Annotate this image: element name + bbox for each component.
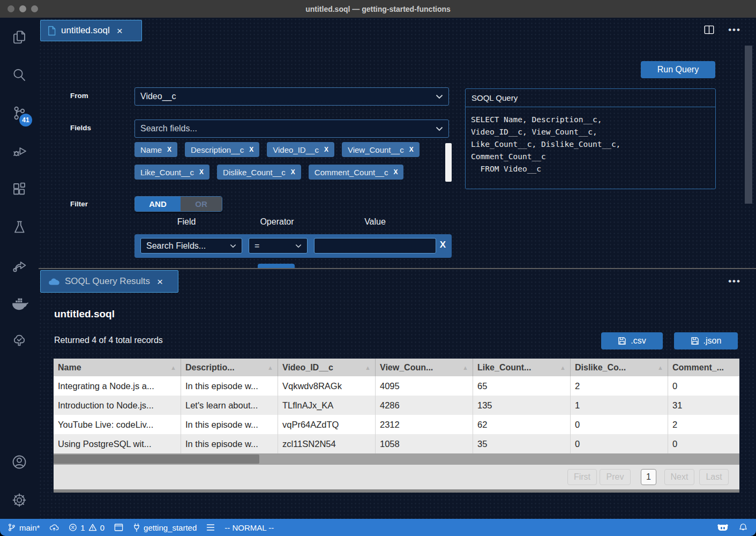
chip-remove-icon[interactable]: X: [167, 146, 171, 153]
tab-close-icon[interactable]: ×: [117, 26, 123, 36]
filter-value-column-label: Value: [338, 217, 413, 227]
column-header[interactable]: Video_ID__c▲: [278, 359, 376, 376]
run-debug-icon[interactable]: [0, 132, 39, 170]
source-control-icon[interactable]: 41: [0, 94, 39, 132]
add-filter-button-partial[interactable]: [258, 264, 295, 268]
sort-icon[interactable]: ▲: [170, 364, 176, 371]
soql-query-builder: Run Query From Video__c Fields Search fi…: [39, 41, 756, 268]
and-toggle-button[interactable]: AND: [135, 197, 181, 211]
run-query-button[interactable]: Run Query: [641, 61, 715, 78]
sync-status[interactable]: [44, 519, 64, 536]
warning-icon: [88, 523, 97, 532]
filter-remove-icon[interactable]: X: [440, 240, 446, 250]
editor-scrollbar[interactable]: [745, 46, 752, 204]
column-header[interactable]: Dislike_Co...▲: [571, 359, 668, 376]
explorer-icon[interactable]: [0, 18, 39, 56]
filter-value-input[interactable]: [314, 238, 436, 254]
vscode-window: untitled.soql — getting-started-function…: [0, 0, 756, 536]
column-header[interactable]: View_Coun...▲: [376, 359, 473, 376]
chip-remove-icon[interactable]: X: [249, 146, 253, 153]
filter-operator-select[interactable]: =: [249, 238, 308, 254]
close-window-button[interactable]: [8, 5, 14, 12]
sort-icon[interactable]: ▲: [657, 364, 663, 371]
from-select[interactable]: Video__c: [134, 87, 449, 106]
column-header[interactable]: Descriptio...▲: [181, 359, 278, 376]
table-row[interactable]: Using PostgreSQL wit...In this episode w…: [54, 434, 739, 453]
table-row[interactable]: Introduction to Node.js...Let's learn ab…: [54, 396, 739, 415]
sort-icon[interactable]: ▲: [365, 364, 371, 371]
search-icon[interactable]: [0, 56, 39, 94]
pagination-prev-button[interactable]: Prev: [600, 469, 631, 485]
tab-soql-query-results[interactable]: SOQL Query Results ×: [40, 270, 178, 293]
export-csv-button[interactable]: .csv: [601, 332, 663, 349]
table-footer: First Prev 1 Next Last: [54, 465, 739, 489]
vim-mode-status[interactable]: -- NORMAL --: [220, 519, 279, 536]
pagination-first-button[interactable]: First: [567, 469, 597, 485]
table-horizontal-scrollbar[interactable]: [54, 453, 739, 465]
outline-status[interactable]: [201, 519, 220, 536]
remote-status[interactable]: getting_started: [128, 519, 201, 536]
minimize-window-button[interactable]: [19, 5, 26, 12]
field-chip[interactable]: NameX: [134, 142, 177, 157]
field-chip[interactable]: Description__cX: [185, 142, 259, 157]
remote-label: getting_started: [144, 523, 197, 532]
filter-field-placeholder: Search Fields...: [146, 241, 230, 251]
column-header[interactable]: Comment_...: [668, 359, 739, 376]
docker-icon[interactable]: [0, 284, 39, 322]
more-actions-icon[interactable]: •••: [728, 27, 741, 33]
chip-remove-icon[interactable]: X: [291, 168, 295, 176]
sort-icon[interactable]: ▲: [267, 364, 273, 371]
export-json-button[interactable]: .json: [674, 332, 738, 349]
column-header[interactable]: Like_Count...▲: [473, 359, 571, 376]
pagination-last-button[interactable]: Last: [699, 469, 729, 485]
warning-count: 0: [100, 523, 104, 532]
scrollbar-thumb[interactable]: [54, 455, 259, 464]
copilot-status[interactable]: [712, 523, 734, 532]
field-chip[interactable]: Video_ID__cX: [267, 142, 334, 157]
table-bottom-strip: [54, 489, 739, 493]
chip-remove-icon[interactable]: X: [199, 168, 204, 176]
notifications-status[interactable]: [734, 523, 756, 532]
chevron-down-icon: [230, 244, 236, 248]
field-chip[interactable]: View_Count__cX: [342, 142, 420, 157]
chip-remove-icon[interactable]: X: [324, 146, 328, 153]
copilot-icon: [716, 523, 729, 532]
table-row[interactable]: Integrating a Node.js a...In this episod…: [54, 376, 739, 396]
pagination-current-page[interactable]: 1: [641, 469, 656, 485]
fields-scrollbar[interactable]: [445, 143, 452, 182]
field-chip[interactable]: Dislike_Count__cX: [217, 165, 301, 180]
sort-icon[interactable]: ▲: [560, 364, 566, 371]
split-editor-icon[interactable]: [704, 25, 714, 34]
or-toggle-button[interactable]: OR: [181, 197, 222, 211]
git-branch-status[interactable]: main*: [0, 519, 44, 536]
table-row[interactable]: YouTube Live: codeLiv...In this episode …: [54, 415, 739, 434]
settings-gear-icon[interactable]: [0, 481, 39, 519]
field-chip[interactable]: Comment_Count__cX: [309, 165, 404, 180]
problems-status[interactable]: 1 0: [64, 519, 109, 536]
tab-close-icon[interactable]: ×: [157, 277, 163, 287]
share-icon[interactable]: [0, 246, 39, 284]
soql-query-text: SELECT Name, Description__c,Video_ID__c,…: [466, 107, 715, 182]
chip-remove-icon[interactable]: X: [409, 146, 414, 153]
chip-remove-icon[interactable]: X: [393, 168, 398, 176]
filter-operator-column-label: Operator: [239, 217, 315, 227]
extensions-icon[interactable]: [0, 170, 39, 208]
save-icon: [691, 337, 699, 345]
pagination-next-button[interactable]: Next: [664, 469, 694, 485]
results-more-actions-icon[interactable]: •••: [728, 279, 741, 284]
tree-check-icon[interactable]: [0, 322, 39, 360]
tab-untitled-soql[interactable]: untitled.soql ×: [40, 20, 142, 41]
accounts-icon[interactable]: [0, 443, 39, 481]
sort-icon[interactable]: ▲: [462, 364, 468, 371]
column-header[interactable]: Name▲: [54, 359, 181, 376]
field-chip[interactable]: Like_Count__cX: [134, 165, 209, 180]
chevron-down-icon: [295, 244, 302, 248]
maximize-window-button[interactable]: [31, 5, 38, 12]
filter-field-select[interactable]: Search Fields...: [140, 238, 242, 254]
fields-search-select[interactable]: Search fields...: [134, 120, 449, 138]
editor-layout-status[interactable]: [109, 519, 128, 536]
cloud-upload-icon: [49, 523, 59, 532]
title-bar: untitled.soql — getting-started-function…: [0, 0, 756, 18]
testing-icon[interactable]: [0, 208, 39, 246]
status-bar: main* 1 0 getting_started -- NORMAL --: [0, 519, 756, 536]
